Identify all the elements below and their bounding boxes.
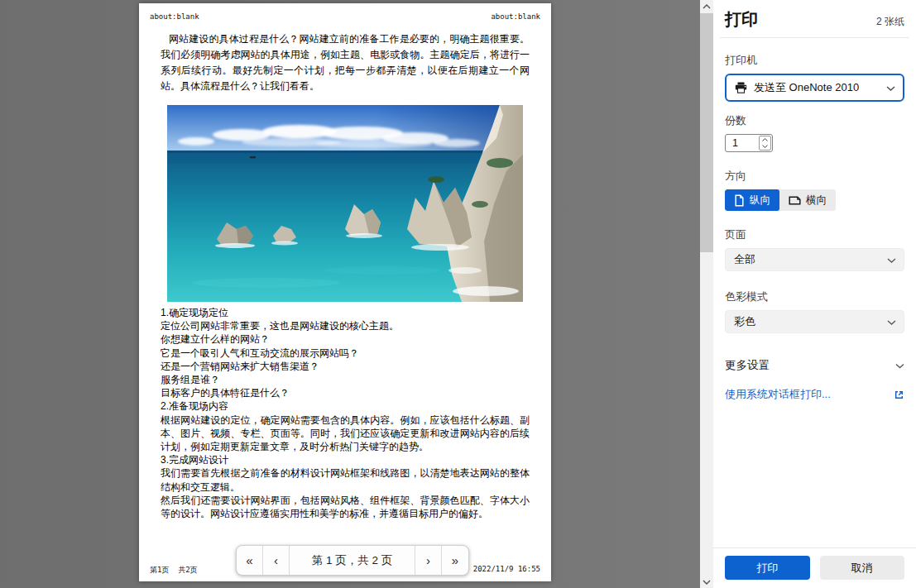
- system-dialog-print-link[interactable]: 使用系统对话框打印...: [725, 387, 904, 402]
- portrait-button-label: 纵向: [750, 194, 770, 208]
- print-preview-area: about:blank about:blank 网站建设的具体过程是什么？网站建…: [0, 0, 700, 588]
- portrait-page-icon: [734, 194, 745, 207]
- system-dialog-print-label: 使用系统对话框打印...: [725, 387, 831, 402]
- color-mode-select-value: 彩色: [734, 314, 755, 329]
- doc-line: 3.完成网站设计: [161, 453, 530, 466]
- preview-page: about:blank about:blank 网站建设的具体过程是什么？网站建…: [139, 3, 551, 581]
- print-button[interactable]: 打印: [725, 556, 810, 580]
- stepper-up-icon[interactable]: [760, 136, 770, 143]
- document-content: 网站建设的具体过程是什么？网站建立前的准备工作是必要的，明确主题很重要。我们必须…: [161, 31, 530, 520]
- chevron-down-icon: [887, 254, 896, 266]
- doc-line: 它是一个吸引人气和互动交流的展示网站吗？: [161, 347, 530, 360]
- sheet-count: 2 张纸: [876, 15, 904, 29]
- next-page-button[interactable]: ›: [415, 546, 442, 575]
- doc-line: 1.确定现场定位: [161, 306, 530, 319]
- copies-stepper[interactable]: [759, 136, 771, 151]
- copies-input[interactable]: 1: [725, 134, 773, 152]
- page-header-left: about:blank: [150, 12, 199, 21]
- cancel-button[interactable]: 取消: [820, 556, 905, 580]
- doc-line: 你想建立什么样的网站？: [161, 332, 530, 346]
- landscape-button[interactable]: 横向: [779, 189, 836, 211]
- printer-icon: [735, 82, 747, 93]
- chevron-down-icon: [887, 316, 896, 328]
- doc-line: 我们需要首先根据之前准备的材料设计网站框架和线路图，以清楚地表达网站的整体结构和…: [161, 466, 530, 493]
- more-settings-toggle[interactable]: 更多设置: [725, 358, 904, 373]
- portrait-button[interactable]: 纵向: [725, 189, 779, 211]
- page-footer-timestamp: 2022/11/9 16:55: [473, 565, 540, 576]
- pages-select[interactable]: 全部: [725, 248, 904, 271]
- doc-line: 2.准备现场内容: [161, 399, 530, 413]
- pages-select-value: 全部: [734, 252, 755, 267]
- copies-label: 份数: [725, 113, 904, 128]
- more-settings-label: 更多设置: [725, 358, 770, 373]
- printer-select-value: 发送至 OneNote 2010: [754, 80, 859, 95]
- page-navigation-bar: « ‹ 第 1 页，共 2 页 › »: [236, 545, 469, 576]
- landscape-button-label: 横向: [806, 194, 827, 208]
- page-header: about:blank about:blank: [150, 12, 540, 21]
- first-page-button[interactable]: «: [237, 546, 263, 575]
- copies-value: 1: [726, 135, 758, 151]
- intro-paragraph: 网站建设的具体过程是什么？网站建立前的准备工作是必要的，明确主题很重要。我们必须…: [161, 31, 530, 94]
- page-footer-page-number: 第1页 共2页: [150, 565, 198, 576]
- printer-label: 打印机: [725, 53, 904, 68]
- printer-select[interactable]: 发送至 OneNote 2010: [725, 74, 904, 102]
- doc-line: 然后我们还需要设计网站界面，包括网站风格、组件框架、背景颜色匹配、字体大小等的设…: [161, 494, 530, 520]
- stepper-down-icon[interactable]: [760, 143, 770, 150]
- scroll-up-arrow-icon[interactable]: [700, 0, 713, 12]
- chevron-down-icon: [886, 82, 895, 94]
- doc-line: 目标客户的具体特征是什么？: [161, 386, 530, 399]
- scrollbar-thumb[interactable]: [700, 13, 713, 252]
- preview-scrollbar[interactable]: [700, 0, 713, 588]
- print-settings-panel: 打印 2 张纸 打印机 发送至 OneNote 2010 份数 1: [713, 0, 916, 588]
- sea-cliffs-image: [167, 105, 523, 302]
- orientation-toggle-group: 纵向 横向: [725, 189, 836, 211]
- dialog-title: 打印: [725, 8, 758, 31]
- action-bar: 打印 取消: [713, 547, 916, 588]
- previous-page-button[interactable]: ‹: [263, 546, 290, 575]
- scroll-down-arrow-icon[interactable]: [700, 576, 713, 588]
- doc-line: 还是一个营销网站来扩大销售渠道？: [161, 360, 530, 373]
- orientation-label: 方向: [725, 169, 904, 184]
- page-header-right: about:blank: [491, 12, 540, 21]
- last-page-button[interactable]: »: [442, 546, 468, 575]
- doc-line: 根据网站建设的定位，确定网站需要包含的具体内容。例如，应该包括什么标题、副本、图…: [161, 414, 530, 454]
- color-mode-label: 色彩模式: [725, 289, 904, 304]
- chevron-down-icon: [895, 363, 904, 369]
- color-mode-select[interactable]: 彩色: [725, 310, 904, 333]
- doc-line: 服务组是谁？: [161, 373, 530, 386]
- page-indicator: 第 1 页，共 2 页: [290, 546, 415, 575]
- external-link-icon: [894, 390, 904, 400]
- title-divider: [720, 37, 909, 38]
- pages-label: 页面: [725, 227, 904, 242]
- doc-line: 定位公司网站非常重要，这也是网站建设的核心主题。: [161, 319, 530, 332]
- landscape-page-icon: [789, 195, 801, 206]
